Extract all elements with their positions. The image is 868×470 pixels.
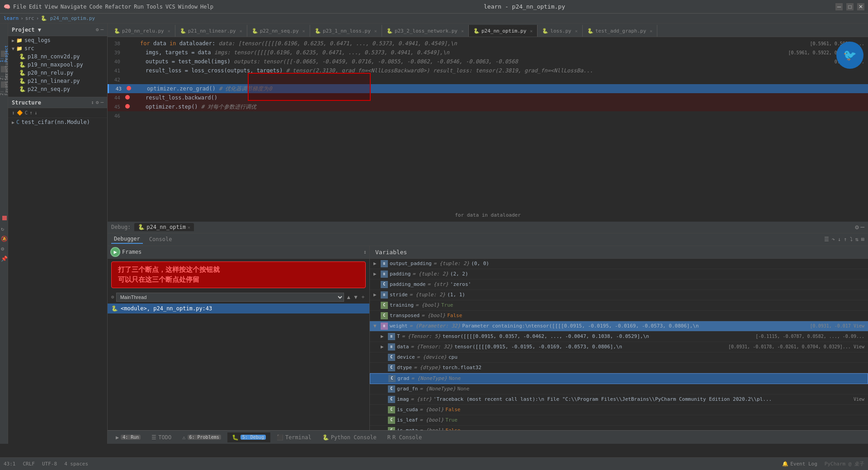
- var-padding[interactable]: ▶ ≡ padding = {tuple: 2} (2, 2): [370, 269, 868, 280]
- debug-session-tab[interactable]: 🐍 p24_nn_optim ✕: [134, 223, 194, 231]
- tab-close-loss[interactable]: ✕: [575, 28, 578, 33]
- status-crlf[interactable]: CRLF: [23, 461, 35, 467]
- tab-close-p23-2[interactable]: ✕: [461, 28, 464, 33]
- var-weight[interactable]: ▼ ≡ weight = {Parameter: 32} Parameter c…: [370, 321, 868, 332]
- debug-step-out-icon[interactable]: ↑: [844, 236, 847, 242]
- tab-loss[interactable]: 🐍 loss.py ✕: [538, 25, 582, 37]
- debug-step-into-icon[interactable]: ↓: [838, 236, 841, 242]
- tab-r-console[interactable]: R R Console: [383, 432, 426, 442]
- frames-sort-icon[interactable]: ↕: [363, 249, 367, 255]
- resume-button[interactable]: ▶: [110, 247, 120, 257]
- var-stride[interactable]: ▶ ≡ stride = {tuple: 2} (1, 1): [370, 290, 868, 300]
- thread-selector[interactable]: MainThread: [116, 293, 344, 302]
- structure-sort-icon[interactable]: ↕: [91, 100, 94, 105]
- debug-settings-icon[interactable]: ⚙: [855, 223, 859, 231]
- var-transposed[interactable]: ▶ C transposed = {bool} False: [370, 311, 868, 321]
- var-T[interactable]: ▶ ≡ T = {Tensor: 5} tensor([[[[0.0915, 0…: [370, 332, 868, 342]
- tab-close-p22[interactable]: ✕: [302, 28, 305, 33]
- tab-p23-2[interactable]: 🐍 p23_2_loss_network.py ✕: [382, 25, 469, 37]
- line-bp-45[interactable]: [124, 104, 131, 110]
- tab-p24[interactable]: 🐍 p24_nn_optim.py ✕: [469, 25, 538, 37]
- menu-edit[interactable]: Edit: [29, 4, 42, 10]
- code-editor[interactable]: 38 for data in dataloader: data: [tensor…: [108, 37, 868, 222]
- frame-item-module[interactable]: 🐍 <module>, p24_nn_optim.py:43: [108, 304, 369, 313]
- var-grad[interactable]: ▶ C grad = {NoneType} None: [370, 373, 868, 384]
- tab-test[interactable]: 🐍 test_add_graph.py ✕: [583, 25, 658, 37]
- var-right-weight[interactable]: [0.0931, -0.017 View: [810, 323, 864, 328]
- breadcrumb-file[interactable]: 🐍 p24_nn_optim.py: [41, 15, 95, 21]
- frame-down-button[interactable]: ▼: [353, 294, 359, 300]
- expand-icon-T[interactable]: ▶: [381, 333, 388, 339]
- tab-run[interactable]: ▶ 4: Run: [111, 432, 145, 442]
- menu-file[interactable]: File: [13, 4, 26, 10]
- line-bp-43[interactable]: [125, 85, 132, 92]
- var-imag[interactable]: ▶ C imag = {str} 'Traceback (most recent…: [370, 394, 868, 405]
- tab-python-console[interactable]: 🐍 Python Console: [318, 432, 381, 442]
- expand-icon[interactable]: ▶: [373, 261, 381, 266]
- tab-p23-1[interactable]: 🐍 p23_1_nn_loss.py ✕: [310, 25, 382, 37]
- var-training[interactable]: ▶ C training = {bool} True: [370, 300, 868, 311]
- expand-icon-data[interactable]: ▶: [381, 344, 388, 350]
- var-padding-mode[interactable]: ▶ C padding_mode = {str} 'zeros': [370, 280, 868, 290]
- debug-session-close[interactable]: ✕: [188, 225, 190, 230]
- var-grad-fn[interactable]: ▶ C grad_fn = {NoneType} None: [370, 384, 868, 394]
- breadcrumb-src[interactable]: src: [25, 15, 34, 21]
- status-charset[interactable]: UTF-8: [42, 461, 57, 467]
- var-data[interactable]: ▶ ≡ data = {Tensor: 32} tensor([[[[0.091…: [370, 342, 868, 352]
- structure-item-test[interactable]: ▶ C test_cifar(nn.Module): [8, 118, 107, 126]
- breadcrumb-learn[interactable]: learn: [4, 15, 19, 21]
- structure-toggle-icon[interactable]: Z: Structure: [1, 66, 7, 72]
- variables-list[interactable]: ▶ ≡ output_padding = {tuple: 2} (0, 0) ▶…: [370, 259, 868, 431]
- tab-todo[interactable]: ☰ TODO: [147, 432, 176, 442]
- tab-terminal[interactable]: ⬛ Terminal: [272, 432, 316, 442]
- debug-tab-console[interactable]: Console: [146, 235, 175, 243]
- structure-tool-1[interactable]: ↕: [12, 110, 15, 116]
- menu-run[interactable]: Run: [134, 4, 144, 10]
- tab-problems[interactable]: ⚠ 6: Problems: [178, 432, 225, 442]
- minimize-button[interactable]: ─: [835, 3, 843, 10]
- debug-list-icon[interactable]: ☰: [824, 236, 829, 242]
- tab-close-p20[interactable]: ✕: [168, 28, 170, 33]
- tree-item-src[interactable]: ▼ 📁 src: [8, 44, 107, 52]
- structure-tool-2[interactable]: 🔶: [17, 110, 23, 116]
- tree-item-p18[interactable]: 🐍 p18_nn_conv2d.py: [8, 52, 107, 61]
- tree-item-p19[interactable]: 🐍 p19_nn_maxpool.py: [8, 61, 107, 69]
- structure-tool-4[interactable]: ↑: [29, 110, 33, 116]
- collapse-icon[interactable]: ─: [100, 27, 104, 33]
- tree-item-p20[interactable]: 🐍 p20_nn_relu.py: [8, 69, 107, 77]
- structure-tool-3[interactable]: C: [25, 110, 28, 116]
- var-output-padding[interactable]: ▶ ≡ output_padding = {tuple: 2} (0, 0): [370, 259, 868, 269]
- menu-navigate[interactable]: Navigate: [61, 4, 87, 10]
- gear-icon[interactable]: ⚙: [96, 27, 99, 33]
- status-indent[interactable]: 4 spaces: [64, 461, 88, 467]
- tab-close-p24[interactable]: ✕: [530, 28, 533, 33]
- tree-item-p22[interactable]: 🐍 p22_nn_seq.py: [8, 85, 107, 93]
- tab-p21[interactable]: 🐍 p21_nn_linear.py ✕: [175, 25, 247, 37]
- frame-add-button[interactable]: ＋: [360, 293, 366, 301]
- frame-up-button[interactable]: ▲: [346, 294, 351, 300]
- expand-icon-padding[interactable]: ▶: [373, 271, 381, 277]
- menu-tools[interactable]: Tools: [146, 4, 163, 10]
- tab-close-test[interactable]: ✕: [650, 28, 652, 33]
- tree-item-seqlogs[interactable]: ▶ 📁 seq_logs: [8, 36, 107, 44]
- expand-icon-weight[interactable]: ▼: [373, 323, 381, 329]
- structure-icon2[interactable]: ⚙: [96, 100, 99, 105]
- tree-item-p21[interactable]: 🐍 p21_nn_linear.py: [8, 77, 107, 85]
- debug-minimize-icon[interactable]: ─: [861, 223, 864, 231]
- menu-code[interactable]: Code: [90, 4, 103, 10]
- var-right-imag[interactable]: View: [854, 397, 864, 402]
- menu-vcs[interactable]: VCS: [165, 4, 175, 10]
- debug-tab-debugger[interactable]: Debugger: [111, 235, 143, 244]
- var-is-meta[interactable]: ▶ C is_meta = {bool} False: [370, 426, 868, 431]
- var-right-data[interactable]: [0.0931, -0.0178, -0.0261, 0.0704, 0.032…: [728, 344, 864, 349]
- menu-help[interactable]: Help: [200, 4, 213, 10]
- debug-table-icon[interactable]: ⊞: [861, 236, 864, 242]
- debug-sort-icon[interactable]: ⇅: [855, 236, 859, 242]
- var-device[interactable]: ▶ C device = {device} cpu: [370, 352, 868, 363]
- var-dtype[interactable]: ▶ C dtype = {dtype} torch.float32: [370, 363, 868, 373]
- menu-refactor[interactable]: Refactor: [105, 4, 131, 10]
- maximize-button[interactable]: □: [846, 3, 854, 10]
- tab-close-p21[interactable]: ✕: [240, 28, 242, 33]
- tab-debug[interactable]: 🐛 5: Debug: [227, 432, 270, 442]
- tab-p20[interactable]: 🐍 p20_nn_relu.py ✕: [109, 25, 175, 37]
